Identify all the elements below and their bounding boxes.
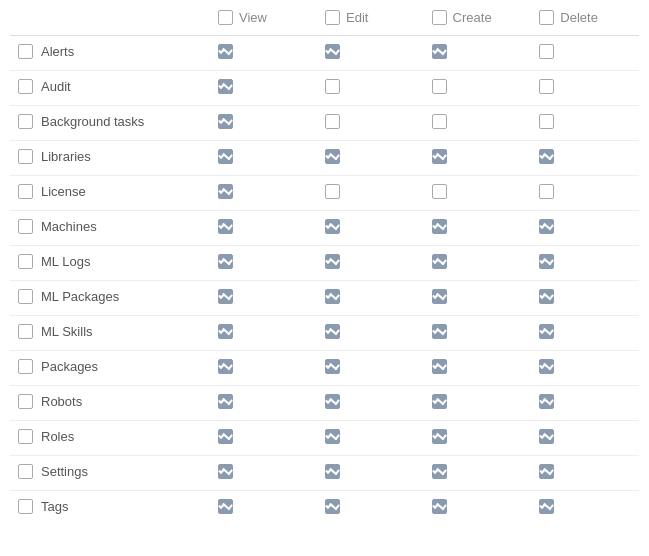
row-delete-checkbox[interactable] [539, 254, 554, 269]
row-label: Settings [41, 464, 88, 479]
row-edit-checkbox[interactable] [325, 219, 340, 234]
row-checkbox[interactable] [18, 499, 33, 514]
row-create-checkbox[interactable] [432, 149, 447, 164]
row-label: License [41, 184, 86, 199]
row-create-checkbox[interactable] [432, 44, 447, 59]
row-checkbox[interactable] [18, 429, 33, 444]
row-delete-checkbox[interactable] [539, 114, 554, 129]
row-checkbox[interactable] [18, 44, 33, 59]
row-delete-checkbox[interactable] [539, 464, 554, 479]
row-label: Background tasks [41, 114, 144, 129]
row-edit-cell [317, 106, 424, 141]
row-view-checkbox[interactable] [218, 359, 233, 374]
row-create-checkbox[interactable] [432, 79, 447, 94]
row-view-checkbox[interactable] [218, 464, 233, 479]
row-view-checkbox[interactable] [218, 184, 233, 199]
row-checkbox[interactable] [18, 324, 33, 339]
row-edit-checkbox[interactable] [325, 464, 340, 479]
row-create-cell [424, 71, 532, 106]
row-view-checkbox[interactable] [218, 79, 233, 94]
row-delete-checkbox[interactable] [539, 324, 554, 339]
row-view-checkbox[interactable] [218, 499, 233, 514]
row-view-checkbox[interactable] [218, 44, 233, 59]
row-create-checkbox[interactable] [432, 114, 447, 129]
row-delete-checkbox[interactable] [539, 44, 554, 59]
row-checkbox[interactable] [18, 184, 33, 199]
row-checkbox[interactable] [18, 254, 33, 269]
row-view-checkbox[interactable] [218, 114, 233, 129]
row-edit-checkbox[interactable] [325, 429, 340, 444]
row-edit-checkbox[interactable] [325, 289, 340, 304]
row-checkbox[interactable] [18, 219, 33, 234]
row-view-checkbox[interactable] [218, 429, 233, 444]
col-view-header: View [210, 0, 317, 36]
row-edit-checkbox[interactable] [325, 499, 340, 514]
row-create-checkbox[interactable] [432, 324, 447, 339]
row-checkbox[interactable] [18, 289, 33, 304]
row-edit-cell [317, 456, 424, 491]
row-checkbox[interactable] [18, 394, 33, 409]
row-create-checkbox[interactable] [432, 219, 447, 234]
row-delete-checkbox[interactable] [539, 219, 554, 234]
row-create-checkbox[interactable] [432, 184, 447, 199]
row-label: Tags [41, 499, 68, 514]
row-edit-checkbox[interactable] [325, 394, 340, 409]
row-view-checkbox[interactable] [218, 254, 233, 269]
row-checkbox[interactable] [18, 149, 33, 164]
row-delete-checkbox[interactable] [539, 289, 554, 304]
row-view-checkbox[interactable] [218, 324, 233, 339]
row-delete-checkbox[interactable] [539, 359, 554, 374]
row-edit-checkbox[interactable] [325, 254, 340, 269]
row-create-cell [424, 491, 532, 526]
row-delete-cell [531, 211, 639, 246]
row-edit-checkbox[interactable] [325, 184, 340, 199]
row-edit-checkbox[interactable] [325, 149, 340, 164]
row-checkbox[interactable] [18, 114, 33, 129]
row-label-cell: License [10, 176, 210, 207]
row-create-checkbox[interactable] [432, 499, 447, 514]
row-view-checkbox[interactable] [218, 149, 233, 164]
row-view-checkbox[interactable] [218, 289, 233, 304]
row-delete-checkbox[interactable] [539, 429, 554, 444]
header-view-checkbox[interactable] [218, 10, 233, 25]
row-create-checkbox[interactable] [432, 464, 447, 479]
row-delete-cell [531, 281, 639, 316]
row-delete-checkbox[interactable] [539, 149, 554, 164]
row-delete-checkbox[interactable] [539, 184, 554, 199]
table-row: ML Logs [10, 246, 639, 281]
row-edit-cell [317, 316, 424, 351]
row-label-cell: Machines [10, 211, 210, 242]
row-view-checkbox[interactable] [218, 394, 233, 409]
row-edit-checkbox[interactable] [325, 324, 340, 339]
row-delete-cell [531, 71, 639, 106]
row-checkbox[interactable] [18, 359, 33, 374]
row-create-checkbox[interactable] [432, 289, 447, 304]
row-edit-checkbox[interactable] [325, 114, 340, 129]
row-edit-cell [317, 176, 424, 211]
row-create-checkbox[interactable] [432, 429, 447, 444]
row-create-checkbox[interactable] [432, 394, 447, 409]
row-view-cell [210, 491, 317, 526]
row-delete-cell [531, 491, 639, 526]
row-delete-cell [531, 456, 639, 491]
row-checkbox[interactable] [18, 464, 33, 479]
row-create-cell [424, 281, 532, 316]
row-create-cell [424, 106, 532, 141]
row-create-checkbox[interactable] [432, 254, 447, 269]
row-delete-cell [531, 36, 639, 71]
row-edit-checkbox[interactable] [325, 79, 340, 94]
header-edit-checkbox[interactable] [325, 10, 340, 25]
table-row: Background tasks [10, 106, 639, 141]
header-create-checkbox[interactable] [432, 10, 447, 25]
row-create-checkbox[interactable] [432, 359, 447, 374]
row-delete-checkbox[interactable] [539, 79, 554, 94]
row-edit-checkbox[interactable] [325, 359, 340, 374]
row-delete-checkbox[interactable] [539, 394, 554, 409]
row-delete-checkbox[interactable] [539, 499, 554, 514]
row-checkbox[interactable] [18, 79, 33, 94]
header-delete-checkbox[interactable] [539, 10, 554, 25]
row-edit-checkbox[interactable] [325, 44, 340, 59]
row-view-checkbox[interactable] [218, 219, 233, 234]
row-label-cell: Tags [10, 491, 210, 522]
col-edit-label: Edit [346, 10, 368, 25]
